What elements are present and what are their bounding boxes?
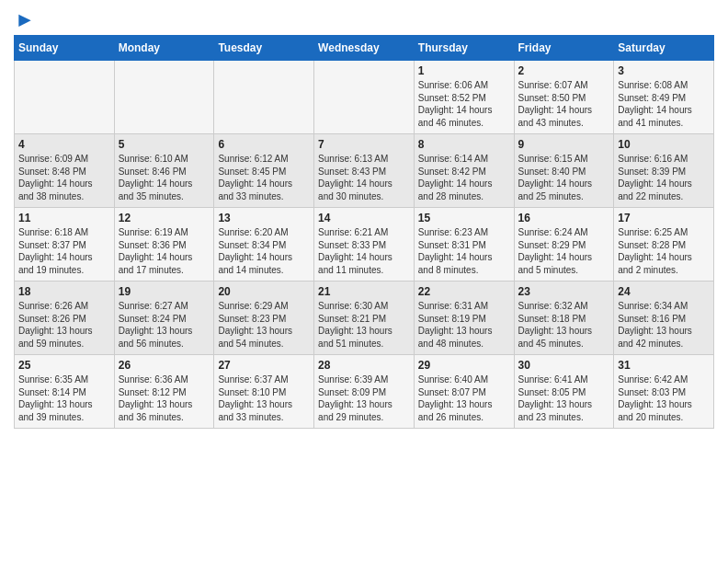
day-number: 13	[218, 212, 310, 224]
calendar-week-row: 18Sunrise: 6:26 AM Sunset: 8:26 PM Dayli…	[15, 282, 714, 355]
calendar-body: 1Sunrise: 6:06 AM Sunset: 8:52 PM Daylig…	[15, 61, 714, 429]
calendar-week-row: 11Sunrise: 6:18 AM Sunset: 8:37 PM Dayli…	[15, 208, 714, 282]
calendar-cell: 3Sunrise: 6:08 AM Sunset: 8:49 PM Daylig…	[614, 61, 714, 134]
day-number: 7	[318, 138, 410, 151]
calendar-cell: 27Sunrise: 6:37 AM Sunset: 8:10 PM Dayli…	[214, 355, 314, 429]
day-detail: Sunrise: 6:12 AM Sunset: 8:45 PM Dayligh…	[218, 154, 292, 201]
day-number: 2	[518, 64, 610, 77]
calendar-cell: 9Sunrise: 6:15 AM Sunset: 8:40 PM Daylig…	[514, 134, 614, 208]
day-number: 12	[119, 212, 210, 224]
day-number: 21	[318, 285, 410, 298]
day-number: 19	[119, 285, 210, 298]
day-detail: Sunrise: 6:36 AM Sunset: 8:12 PM Dayligh…	[119, 374, 193, 422]
day-detail: Sunrise: 6:40 AM Sunset: 8:07 PM Dayligh…	[418, 374, 493, 422]
calendar-cell: 6Sunrise: 6:12 AM Sunset: 8:45 PM Daylig…	[214, 134, 314, 208]
day-detail: Sunrise: 6:06 AM Sunset: 8:52 PM Dayligh…	[418, 80, 493, 128]
day-number: 31	[618, 359, 710, 372]
day-detail: Sunrise: 6:23 AM Sunset: 8:31 PM Dayligh…	[418, 227, 493, 275]
day-number: 18	[18, 285, 110, 298]
calendar-cell: 17Sunrise: 6:25 AM Sunset: 8:28 PM Dayli…	[614, 208, 714, 282]
logo-flag-icon	[16, 13, 34, 31]
calendar-cell: 2Sunrise: 6:07 AM Sunset: 8:50 PM Daylig…	[514, 61, 614, 134]
calendar-cell: 13Sunrise: 6:20 AM Sunset: 8:34 PM Dayli…	[214, 208, 314, 282]
day-detail: Sunrise: 6:16 AM Sunset: 8:39 PM Dayligh…	[618, 154, 692, 201]
calendar-cell	[15, 61, 115, 134]
day-detail: Sunrise: 6:31 AM Sunset: 8:19 PM Dayligh…	[418, 301, 493, 349]
weekday-header-thursday: Thursday	[414, 36, 514, 61]
day-detail: Sunrise: 6:20 AM Sunset: 8:34 PM Dayligh…	[218, 227, 292, 275]
day-number: 24	[618, 285, 710, 298]
calendar-cell: 19Sunrise: 6:27 AM Sunset: 8:24 PM Dayli…	[114, 282, 214, 355]
day-number: 26	[119, 359, 210, 372]
calendar-cell: 12Sunrise: 6:19 AM Sunset: 8:36 PM Dayli…	[114, 208, 214, 282]
day-number: 30	[518, 359, 610, 372]
calendar-cell: 26Sunrise: 6:36 AM Sunset: 8:12 PM Dayli…	[114, 355, 214, 429]
day-detail: Sunrise: 6:15 AM Sunset: 8:40 PM Dayligh…	[518, 154, 593, 201]
calendar-cell: 8Sunrise: 6:14 AM Sunset: 8:42 PM Daylig…	[414, 134, 514, 208]
day-detail: Sunrise: 6:41 AM Sunset: 8:05 PM Dayligh…	[518, 374, 593, 422]
calendar-cell: 7Sunrise: 6:13 AM Sunset: 8:43 PM Daylig…	[314, 134, 415, 208]
day-detail: Sunrise: 6:18 AM Sunset: 8:37 PM Dayligh…	[18, 227, 93, 275]
calendar-cell: 1Sunrise: 6:06 AM Sunset: 8:52 PM Daylig…	[414, 61, 514, 134]
svg-marker-0	[18, 15, 30, 27]
day-detail: Sunrise: 6:37 AM Sunset: 8:10 PM Dayligh…	[218, 374, 292, 422]
page-header	[14, 9, 714, 28]
calendar-cell	[114, 61, 214, 134]
day-number: 9	[518, 138, 610, 151]
weekday-header-monday: Monday	[114, 36, 214, 61]
calendar-cell: 24Sunrise: 6:34 AM Sunset: 8:16 PM Dayli…	[614, 282, 714, 355]
day-number: 14	[318, 212, 410, 224]
day-number: 28	[318, 359, 410, 372]
calendar-cell: 23Sunrise: 6:32 AM Sunset: 8:18 PM Dayli…	[514, 282, 614, 355]
day-detail: Sunrise: 6:34 AM Sunset: 8:16 PM Dayligh…	[618, 301, 692, 349]
day-number: 8	[418, 138, 510, 151]
weekday-header-row: SundayMondayTuesdayWednesdayThursdayFrid…	[15, 36, 714, 61]
calendar-cell: 15Sunrise: 6:23 AM Sunset: 8:31 PM Dayli…	[414, 208, 514, 282]
calendar-header: SundayMondayTuesdayWednesdayThursdayFrid…	[15, 36, 714, 61]
calendar-cell: 31Sunrise: 6:42 AM Sunset: 8:03 PM Dayli…	[614, 355, 714, 429]
day-number: 17	[618, 212, 710, 224]
calendar-cell: 22Sunrise: 6:31 AM Sunset: 8:19 PM Dayli…	[414, 282, 514, 355]
calendar-cell: 16Sunrise: 6:24 AM Sunset: 8:29 PM Dayli…	[514, 208, 614, 282]
day-detail: Sunrise: 6:25 AM Sunset: 8:28 PM Dayligh…	[618, 227, 692, 275]
calendar-cell: 5Sunrise: 6:10 AM Sunset: 8:46 PM Daylig…	[114, 134, 214, 208]
day-detail: Sunrise: 6:21 AM Sunset: 8:33 PM Dayligh…	[318, 227, 392, 275]
day-number: 16	[518, 212, 610, 224]
calendar-cell: 25Sunrise: 6:35 AM Sunset: 8:14 PM Dayli…	[15, 355, 115, 429]
day-number: 3	[618, 64, 710, 77]
day-detail: Sunrise: 6:26 AM Sunset: 8:26 PM Dayligh…	[18, 301, 93, 349]
day-number: 27	[218, 359, 310, 372]
day-number: 4	[18, 138, 110, 151]
day-detail: Sunrise: 6:07 AM Sunset: 8:50 PM Dayligh…	[518, 80, 593, 128]
day-number: 20	[218, 285, 310, 298]
calendar-cell: 30Sunrise: 6:41 AM Sunset: 8:05 PM Dayli…	[514, 355, 614, 429]
calendar-cell	[314, 61, 415, 134]
calendar-cell: 10Sunrise: 6:16 AM Sunset: 8:39 PM Dayli…	[614, 134, 714, 208]
day-detail: Sunrise: 6:35 AM Sunset: 8:14 PM Dayligh…	[18, 374, 93, 422]
weekday-header-saturday: Saturday	[614, 36, 714, 61]
day-number: 10	[618, 138, 710, 151]
day-number: 22	[418, 285, 510, 298]
weekday-header-sunday: Sunday	[15, 36, 115, 61]
weekday-header-friday: Friday	[514, 36, 614, 61]
day-number: 1	[418, 64, 510, 77]
logo	[14, 13, 34, 28]
day-detail: Sunrise: 6:13 AM Sunset: 8:43 PM Dayligh…	[318, 154, 392, 201]
calendar-cell: 4Sunrise: 6:09 AM Sunset: 8:48 PM Daylig…	[15, 134, 115, 208]
day-number: 23	[518, 285, 610, 298]
calendar-cell: 28Sunrise: 6:39 AM Sunset: 8:09 PM Dayli…	[314, 355, 415, 429]
day-detail: Sunrise: 6:27 AM Sunset: 8:24 PM Dayligh…	[119, 301, 193, 349]
calendar-week-row: 25Sunrise: 6:35 AM Sunset: 8:14 PM Dayli…	[15, 355, 714, 429]
calendar-cell: 14Sunrise: 6:21 AM Sunset: 8:33 PM Dayli…	[314, 208, 415, 282]
day-number: 11	[18, 212, 110, 224]
day-detail: Sunrise: 6:19 AM Sunset: 8:36 PM Dayligh…	[119, 227, 193, 275]
day-detail: Sunrise: 6:30 AM Sunset: 8:21 PM Dayligh…	[318, 301, 392, 349]
day-detail: Sunrise: 6:29 AM Sunset: 8:23 PM Dayligh…	[218, 301, 292, 349]
weekday-header-tuesday: Tuesday	[214, 36, 314, 61]
day-number: 25	[18, 359, 110, 372]
calendar-week-row: 4Sunrise: 6:09 AM Sunset: 8:48 PM Daylig…	[15, 134, 714, 208]
calendar-cell: 18Sunrise: 6:26 AM Sunset: 8:26 PM Dayli…	[15, 282, 115, 355]
calendar-cell: 29Sunrise: 6:40 AM Sunset: 8:07 PM Dayli…	[414, 355, 514, 429]
calendar-cell	[214, 61, 314, 134]
calendar-cell: 21Sunrise: 6:30 AM Sunset: 8:21 PM Dayli…	[314, 282, 415, 355]
